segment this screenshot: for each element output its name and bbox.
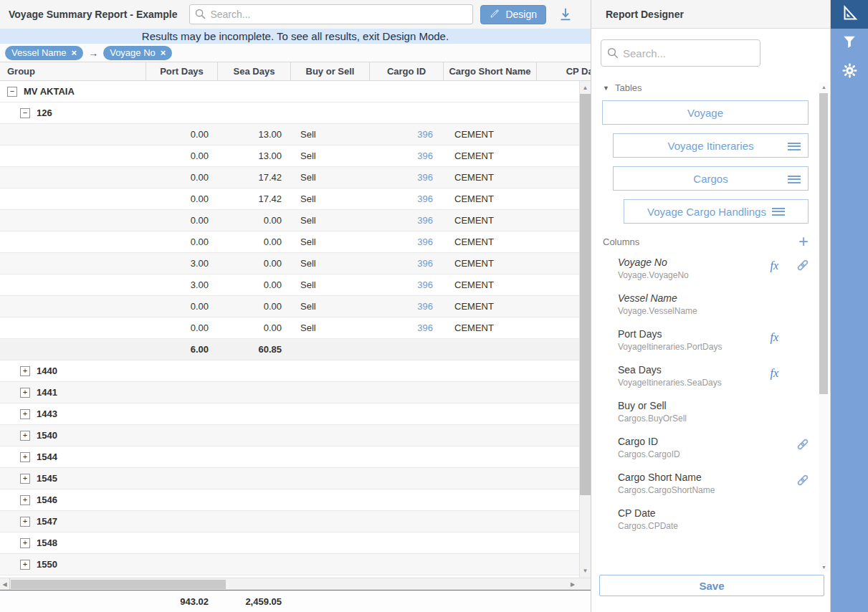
horizontal-scrollbar-thumb[interactable]	[11, 580, 226, 589]
group-row[interactable]: +1540	[0, 425, 579, 446]
group-chip-vessel-name[interactable]: Vessel Name ×	[5, 46, 83, 60]
expand-toggle-icon[interactable]: +	[20, 560, 30, 570]
column-header-sea-days[interactable]: Sea Days	[217, 62, 290, 80]
group-row[interactable]: −MV AKTAIA	[0, 81, 579, 102]
drag-handle-icon[interactable]	[788, 173, 801, 185]
column-item-port-days[interactable]: Port DaysVoyageItineraries.PortDaysfx	[618, 328, 830, 352]
scroll-down-icon[interactable]: ▼	[580, 565, 591, 576]
column-item-sea-days[interactable]: Sea DaysVoyageItineraries.SeaDaysfx	[618, 364, 830, 388]
vertical-scrollbar[interactable]: ▲ ▼	[579, 81, 591, 578]
column-item-vessel-name[interactable]: Vessel NameVoyage.VesselName	[618, 292, 830, 316]
design-button[interactable]: Design	[480, 5, 546, 24]
cargo-id-link[interactable]: 396	[417, 258, 433, 269]
group-row[interactable]: +1546	[0, 489, 579, 511]
scroll-up-icon[interactable]: ▲	[580, 82, 591, 93]
vertical-scrollbar-thumb[interactable]	[580, 94, 591, 495]
expand-toggle-icon[interactable]: +	[20, 495, 30, 505]
table-box-voyage-itineraries[interactable]: Voyage Itineraries	[613, 133, 809, 158]
column-header-group[interactable]: Group	[0, 62, 146, 80]
column-item-binding: VoyageItineraries.PortDays	[618, 342, 830, 352]
column-header-cp-date[interactable]: CP Date	[536, 62, 591, 80]
expression-fx-icon[interactable]: fx	[770, 259, 778, 272]
collapse-toggle-icon[interactable]: −	[20, 108, 30, 118]
rail-tab-designer[interactable]	[831, 0, 868, 29]
scroll-down-icon[interactable]: ▼	[819, 563, 829, 572]
collapse-toggle-icon[interactable]: −	[7, 87, 17, 97]
scroll-right-icon[interactable]: ▶	[568, 578, 578, 590]
group-row[interactable]: +1545	[0, 468, 579, 489]
cargo-id-link[interactable]: 396	[417, 236, 433, 247]
column-item-cargo-id[interactable]: Cargo IDCargos.CargoID	[618, 436, 830, 459]
group-row[interactable]: +1441	[0, 382, 579, 403]
group-row[interactable]: −126	[0, 102, 579, 124]
scroll-up-icon[interactable]: ▲	[819, 82, 829, 92]
group-row[interactable]: +1550	[0, 554, 579, 575]
cargo-id-link[interactable]: 396	[417, 129, 433, 140]
cargo-id-link[interactable]: 396	[417, 301, 433, 312]
cargo-id-cell: 396	[369, 210, 443, 231]
tables-list: VoyageVoyage ItinerariesCargosVoyage Car…	[591, 100, 809, 232]
drag-handle-icon[interactable]	[772, 206, 785, 217]
export-download-icon[interactable]	[556, 5, 575, 24]
column-header-port-days[interactable]: Port Days	[146, 62, 217, 80]
hyperlink-icon[interactable]	[796, 437, 810, 454]
column-item-voyage-no[interactable]: Voyage NoVoyage.VoyageNofx	[618, 257, 830, 280]
designer-scrollbar[interactable]: ▲ ▼	[819, 82, 829, 572]
designer-scrollbar-thumb[interactable]	[819, 93, 828, 394]
buy-or-sell-cell: Sell	[290, 124, 369, 145]
cargo-id-link[interactable]: 396	[417, 215, 433, 226]
hyperlink-icon[interactable]	[796, 473, 810, 490]
expression-fx-icon[interactable]: fx	[770, 331, 778, 344]
cargo-id-link[interactable]: 396	[417, 322, 433, 333]
drag-handle-icon[interactable]	[788, 140, 801, 152]
group-row[interactable]: +1548	[0, 532, 579, 554]
hyperlink-icon[interactable]	[796, 258, 810, 275]
filter-icon	[841, 34, 857, 52]
cargo-id-cell: 396	[369, 274, 443, 295]
cargo-id-link[interactable]: 396	[417, 150, 433, 161]
table-box-cargos[interactable]: Cargos	[613, 166, 809, 191]
save-button[interactable]: Save	[599, 575, 824, 596]
group-row[interactable]: +1547	[0, 511, 579, 532]
column-header-buy-or-sell[interactable]: Buy or Sell	[290, 62, 369, 80]
expand-toggle-icon[interactable]: +	[20, 431, 30, 441]
expand-toggle-icon[interactable]: +	[20, 409, 30, 419]
expand-toggle-icon[interactable]: +	[20, 538, 30, 548]
sea-days-subtotal: 60.85	[217, 339, 290, 360]
expand-toggle-icon[interactable]: +	[20, 517, 30, 527]
horizontal-scrollbar[interactable]: ◀ ▶	[0, 578, 591, 590]
tables-section-toggle[interactable]: ▼ Tables	[603, 82, 642, 93]
cargo-id-cell: 396	[369, 188, 443, 209]
group-row[interactable]: +1544	[0, 446, 579, 468]
group-row[interactable]: +1440	[0, 360, 579, 382]
designer-search	[601, 39, 760, 67]
expand-toggle-icon[interactable]: +	[20, 366, 30, 376]
group-row[interactable]: +1443	[0, 403, 579, 425]
expand-toggle-icon[interactable]: +	[20, 388, 30, 398]
scroll-left-icon[interactable]: ◀	[0, 578, 10, 590]
app-window: Voyage Summary Report - Example Design R…	[0, 0, 868, 612]
table-box-voyage[interactable]: Voyage	[602, 100, 809, 125]
cargo-id-link[interactable]: 396	[417, 193, 433, 204]
column-item-buy-or-sell[interactable]: Buy or SellCargos.BuyOrSell	[618, 400, 830, 424]
rail-tab-settings[interactable]	[831, 57, 868, 86]
cargo-id-link[interactable]: 396	[417, 279, 433, 290]
group-chip-voyage-no[interactable]: Voyage No ×	[103, 46, 172, 60]
add-column-icon[interactable]: +	[798, 235, 809, 248]
remove-chip-icon[interactable]: ×	[161, 48, 166, 57]
remove-chip-icon[interactable]: ×	[72, 48, 77, 57]
column-item-cargo-short-name[interactable]: Cargo Short NameCargos.CargoShortName	[618, 472, 830, 495]
search-icon	[194, 8, 206, 23]
cargo-id-link[interactable]: 396	[417, 172, 433, 183]
expression-fx-icon[interactable]: fx	[770, 367, 778, 380]
column-header-cargo-id[interactable]: Cargo ID	[369, 62, 443, 80]
report-search-input[interactable]	[189, 4, 473, 24]
column-item-cp-date[interactable]: CP DateCargos.CPDate	[618, 507, 830, 531]
expand-toggle-icon[interactable]: +	[20, 474, 30, 484]
table-box-voyage-cargo-handlings[interactable]: Voyage Cargo Handlings	[624, 199, 809, 224]
column-header-cargo-short-name[interactable]: Cargo Short Name	[443, 62, 536, 80]
expand-toggle-icon[interactable]: +	[20, 452, 30, 462]
group-label: 1441	[37, 387, 57, 398]
rail-tab-filters[interactable]	[831, 29, 868, 57]
designer-search-input[interactable]	[601, 39, 760, 67]
